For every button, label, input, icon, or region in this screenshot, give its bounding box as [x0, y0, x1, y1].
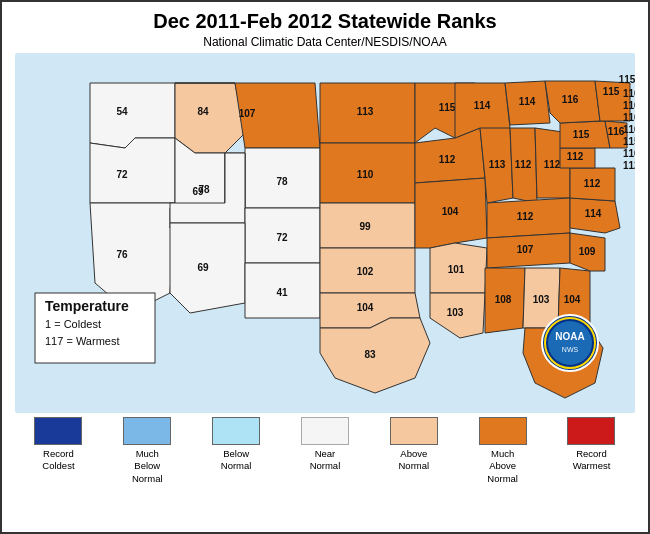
legend-record-warmest: RecordWarmest: [557, 417, 625, 473]
svg-marker-7: [175, 83, 245, 153]
svg-point-93: [548, 321, 592, 365]
legend-record-coldest: RecordColdest: [24, 417, 92, 473]
swatch-record-warmest: [567, 417, 615, 445]
swatch-much-below-normal: [123, 417, 171, 445]
svg-text:NWS: NWS: [562, 346, 579, 353]
svg-marker-54: [505, 81, 550, 125]
swatch-above-normal: [390, 417, 438, 445]
svg-marker-40: [415, 178, 487, 248]
subtitle: National Climatic Data Center/NESDIS/NOA…: [203, 35, 446, 49]
legend-near-normal: NearNormal: [291, 417, 359, 473]
label-record-warmest: RecordWarmest: [573, 448, 611, 473]
swatch-near-normal: [301, 417, 349, 445]
svg-marker-60: [485, 268, 525, 333]
svg-marker-13: [245, 148, 320, 208]
svg-marker-18: [245, 208, 320, 263]
svg-text:NOAA: NOAA: [555, 331, 584, 342]
legend-much-below-normal: MuchBelowNormal: [113, 417, 181, 485]
swatch-record-coldest: [34, 417, 82, 445]
svg-marker-56: [487, 198, 570, 238]
svg-text:Temperature: Temperature: [45, 298, 129, 314]
legend-much-above-normal: MuchAboveNormal: [469, 417, 537, 485]
svg-marker-30: [320, 248, 415, 293]
svg-text:1 = Coldest: 1 = Coldest: [45, 318, 101, 330]
svg-marker-3: [90, 138, 175, 203]
main-title: Dec 2011-Feb 2012 Statewide Ranks: [153, 10, 497, 33]
svg-marker-26: [320, 143, 415, 203]
svg-text:117 = Warmest: 117 = Warmest: [45, 335, 119, 347]
svg-marker-68: [570, 233, 605, 271]
svg-marker-80: [545, 81, 600, 123]
label-much-above-normal: MuchAboveNormal: [487, 448, 518, 485]
svg-marker-22: [245, 263, 320, 318]
svg-marker-74: [560, 148, 595, 168]
svg-marker-82: [595, 81, 630, 121]
legend-below-normal: BelowNormal: [202, 417, 270, 473]
label-above-normal: AboveNormal: [398, 448, 429, 473]
color-legend: RecordColdest MuchBelowNormal BelowNorma…: [15, 417, 635, 485]
svg-marker-58: [487, 233, 570, 268]
svg-marker-24: [320, 83, 415, 143]
svg-marker-28: [320, 203, 415, 248]
svg-marker-72: [570, 168, 615, 201]
label-below-normal: BelowNormal: [221, 448, 252, 473]
main-container: Dec 2011-Feb 2012 Statewide Ranks Nation…: [0, 0, 650, 534]
svg-marker-42: [430, 243, 487, 293]
us-map-svg: 54 72 76 84 69 107 78 78: [15, 53, 635, 413]
label-much-below-normal: MuchBelowNormal: [132, 448, 163, 485]
legend-above-normal: AboveNormal: [380, 417, 448, 473]
map-area: 54 72 76 84 69 107 78 78: [15, 53, 635, 413]
label-near-normal: NearNormal: [310, 448, 341, 473]
svg-marker-20: [170, 223, 245, 313]
svg-marker-76: [560, 121, 610, 148]
swatch-below-normal: [212, 417, 260, 445]
swatch-much-above-normal: [479, 417, 527, 445]
legend-area: RecordColdest MuchBelowNormal BelowNorma…: [15, 417, 635, 485]
svg-marker-70: [570, 198, 620, 233]
label-record-coldest: RecordColdest: [42, 448, 74, 473]
svg-marker-50: [510, 128, 537, 203]
